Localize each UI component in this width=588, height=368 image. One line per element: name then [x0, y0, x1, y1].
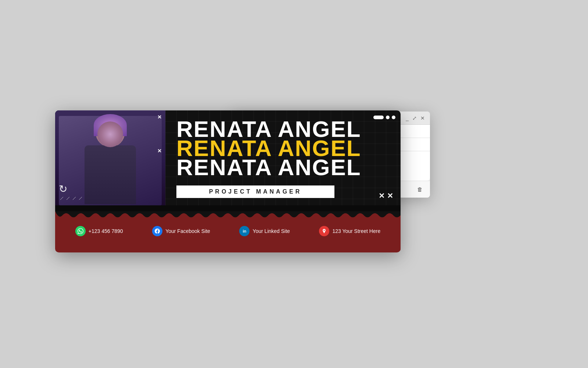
banner-photo: ✕ ✕ ↻ ⟋⟋⟋⟋ — [55, 110, 165, 205]
contact-row: +123 456 7890 Your Facebook Site in Your… — [55, 221, 401, 243]
photo-x2-icon[interactable]: ✕ — [59, 148, 162, 154]
contact-address: 123 Your Street Here — [319, 226, 380, 236]
photo-x-icon[interactable]: ✕ — [157, 114, 162, 120]
contact-phone: +123 456 7890 — [75, 226, 123, 236]
window-controls: _ ⤢ ✕ — [406, 116, 425, 121]
name-line3: RENATA ANGEL — [176, 156, 390, 179]
linkedin-text: Your Linked Site — [252, 228, 290, 234]
wave-bottom — [55, 243, 401, 251]
wave-top — [55, 211, 401, 219]
linkedin-icon: in — [239, 226, 250, 236]
minimize-button[interactable]: _ — [406, 116, 409, 121]
address-text: 123 Your Street Here — [332, 228, 380, 234]
bottom-right-xx: ✕ ✕ — [379, 191, 393, 200]
toolbar-discard[interactable]: 🗑 — [415, 184, 425, 195]
recycle-icon: ↻ — [59, 183, 84, 195]
facebook-icon — [152, 226, 162, 236]
facebook-text: Your Facebook Site — [165, 228, 210, 234]
contact-linkedin: in Your Linked Site — [239, 226, 290, 236]
close-button[interactable]: ✕ — [420, 116, 425, 121]
whatsapp-icon — [75, 226, 86, 236]
location-icon — [319, 226, 329, 236]
maximize-button[interactable]: ⤢ — [412, 116, 417, 121]
banner-name-col: RENATA ANGEL RENATA ANGEL RENATA ANGEL P… — [165, 110, 401, 205]
contact-facebook: Your Facebook Site — [152, 226, 210, 236]
signature-banner: ↙ ↙ ↘ — [55, 110, 401, 252]
role-bar: PROJECT MANAGER — [176, 185, 334, 198]
photo-lines: ⟋⟋⟋⟋ — [59, 195, 84, 202]
phone-text: +123 456 7890 — [89, 228, 123, 234]
